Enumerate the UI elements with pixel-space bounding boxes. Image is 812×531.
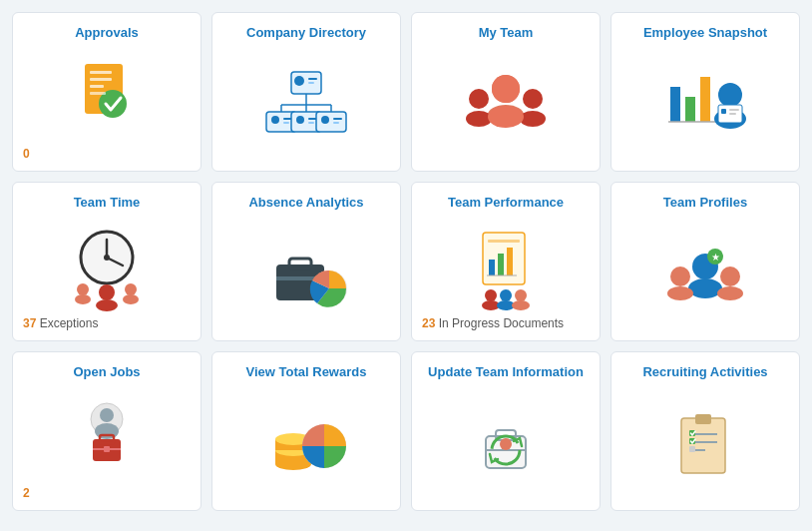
card-my-team[interactable]: My Team (411, 12, 601, 172)
svg-text:★: ★ (711, 252, 720, 263)
svg-rect-5 (90, 92, 106, 95)
svg-point-20 (296, 116, 304, 124)
card-title-company-directory: Company Directory (246, 25, 366, 40)
svg-point-66 (500, 289, 512, 301)
svg-rect-1 (90, 71, 112, 74)
svg-rect-35 (670, 87, 680, 122)
svg-point-72 (688, 278, 722, 298)
svg-rect-37 (700, 77, 710, 122)
svg-rect-26 (333, 122, 339, 124)
card-employee-snapshot[interactable]: Employee Snapshot (610, 12, 800, 172)
card-open-jobs[interactable]: Open Jobs 2 (12, 351, 202, 511)
svg-point-30 (466, 111, 492, 127)
svg-rect-56 (289, 259, 311, 268)
svg-rect-22 (308, 122, 314, 124)
svg-rect-25 (333, 118, 342, 120)
svg-point-32 (520, 111, 546, 127)
svg-rect-61 (489, 260, 495, 275)
svg-point-50 (96, 299, 118, 311)
card-title-employee-snapshot: Employee Snapshot (643, 25, 767, 40)
icon-team-time (65, 218, 150, 312)
card-company-directory[interactable]: Company Directory (211, 12, 401, 172)
svg-point-24 (321, 116, 329, 124)
svg-point-75 (670, 266, 690, 286)
svg-rect-8 (308, 78, 317, 80)
dashboard-grid: Approvals 0 Company Directory (12, 12, 800, 511)
card-title-team-time: Team Time (74, 195, 141, 210)
card-team-time[interactable]: Team Time 37 Exceptions (12, 182, 202, 341)
card-title-open-jobs: Open Jobs (73, 364, 140, 379)
icon-team-performance (461, 218, 551, 312)
card-absence-analytics[interactable]: Absence Analytics (211, 182, 401, 341)
svg-point-31 (523, 89, 543, 109)
icon-open-jobs (65, 387, 150, 482)
svg-point-39 (718, 83, 742, 107)
card-team-profiles[interactable]: Team Profiles ★ (610, 182, 800, 341)
icon-approvals (67, 48, 147, 143)
icon-my-team (461, 48, 551, 161)
icon-recruiting-activities (663, 387, 748, 500)
svg-point-67 (515, 289, 527, 301)
card-view-total-rewards[interactable]: View Total Rewards (211, 351, 401, 511)
svg-point-81 (95, 423, 119, 439)
svg-rect-60 (488, 240, 520, 243)
svg-rect-3 (90, 85, 104, 88)
card-title-absence-analytics: Absence Analytics (248, 195, 363, 210)
svg-point-96 (500, 438, 512, 450)
card-title-approvals: Approvals (75, 25, 139, 40)
svg-point-52 (75, 294, 91, 304)
badge-open-jobs: 2 (23, 486, 30, 500)
icon-update-team-information (464, 387, 549, 500)
svg-point-77 (720, 266, 740, 286)
card-update-team-information[interactable]: Update Team Information (411, 351, 601, 511)
svg-point-29 (469, 89, 489, 109)
svg-rect-9 (308, 82, 314, 84)
svg-point-78 (717, 286, 743, 300)
card-title-view-total-rewards: View Total Rewards (246, 364, 367, 379)
card-title-team-profiles: Team Profiles (663, 195, 747, 210)
svg-point-7 (294, 76, 304, 86)
svg-rect-104 (689, 446, 695, 452)
icon-view-total-rewards (261, 387, 351, 500)
svg-rect-63 (507, 248, 513, 275)
card-recruiting-activities[interactable]: Recruiting Activities (610, 351, 800, 511)
svg-rect-23 (316, 112, 346, 132)
icon-employee-snapshot (660, 48, 750, 161)
svg-point-80 (100, 408, 114, 422)
icon-team-profiles: ★ (660, 218, 750, 330)
svg-point-70 (512, 300, 530, 310)
card-title-team-performance: Team Performance (448, 195, 564, 210)
badge-team-performance: 23 In Progress Documents (422, 316, 564, 330)
svg-rect-44 (729, 113, 736, 115)
svg-point-34 (488, 106, 524, 128)
svg-point-51 (77, 283, 89, 295)
svg-rect-2 (90, 78, 112, 81)
card-title-recruiting-activities: Recruiting Activities (642, 364, 767, 379)
svg-point-16 (271, 116, 279, 124)
card-team-performance[interactable]: Team Performance 23 In Progress Docum (411, 182, 601, 341)
icon-company-directory (261, 48, 351, 161)
svg-point-54 (123, 294, 139, 304)
badge-approvals: 0 (23, 147, 30, 161)
card-approvals[interactable]: Approvals 0 (12, 12, 202, 172)
svg-rect-36 (685, 97, 695, 122)
svg-rect-85 (104, 446, 110, 452)
svg-point-53 (125, 283, 137, 295)
card-title-update-team-information: Update Team Information (428, 364, 584, 379)
svg-point-49 (99, 284, 115, 300)
card-title-my-team: My Team (479, 25, 534, 40)
svg-rect-18 (283, 122, 289, 124)
svg-point-76 (667, 286, 693, 300)
svg-rect-98 (695, 414, 711, 424)
svg-rect-97 (681, 418, 725, 473)
svg-rect-43 (729, 109, 739, 111)
svg-rect-62 (498, 254, 504, 275)
svg-point-65 (485, 289, 497, 301)
badge-team-time: 37 Exceptions (23, 316, 98, 330)
icon-absence-analytics (261, 218, 351, 330)
svg-point-33 (492, 75, 520, 103)
svg-rect-42 (721, 109, 726, 114)
